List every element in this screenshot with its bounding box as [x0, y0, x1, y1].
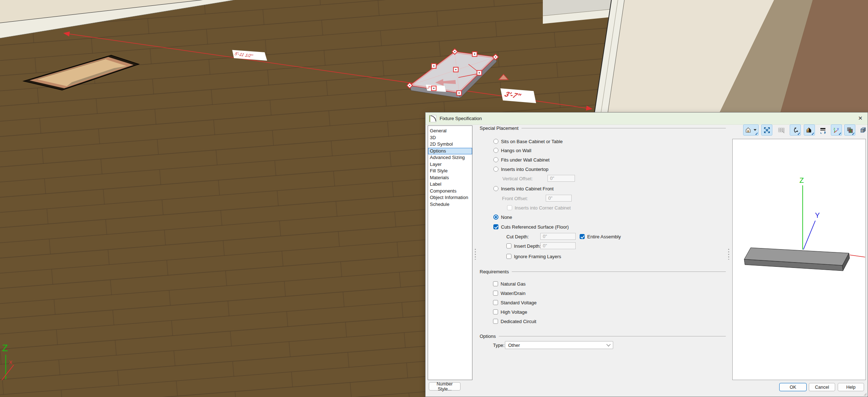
sidebar-item-label[interactable]: Label [428, 181, 472, 188]
special-placement-header: Special Placement [480, 125, 726, 131]
number-style-button[interactable]: Number Style... [429, 382, 461, 391]
type-select[interactable]: Other [505, 341, 613, 349]
volume-view-button[interactable] [858, 124, 868, 136]
vertical-offset-input[interactable]: 0" [548, 175, 575, 182]
sidebar-item-advanced-sizing[interactable]: Advanced Sizing [428, 154, 472, 161]
insert-depth-input[interactable]: 0" [540, 242, 576, 249]
radio-row-cabinet-front[interactable]: Inserts into Cabinet Front [493, 185, 554, 192]
dialog-sidebar: General 3D 2D Symbol Options Advanced Si… [428, 125, 472, 380]
natural-gas-row[interactable]: Natural Gas [493, 281, 525, 287]
svg-text:z: z [833, 127, 835, 131]
dedicated-circuit-row[interactable]: Dedicated Circuit [493, 318, 536, 325]
type-label: Type: [493, 342, 505, 348]
entire-assembly-row[interactable]: Entire Assembly [580, 233, 621, 240]
splitter-right[interactable] [728, 248, 729, 260]
grid-icon [778, 127, 785, 134]
cube-icon [859, 127, 867, 134]
corner-cabinet-checkbox[interactable] [507, 205, 512, 210]
fill-window-icon [763, 127, 771, 134]
dedicated-circuit-checkbox[interactable] [493, 319, 498, 324]
standard-voltage-row[interactable]: Standard Voltage [493, 299, 537, 306]
sidebar-item-materials[interactable]: Materials [428, 175, 472, 181]
high-voltage-row[interactable]: High Voltage [493, 309, 527, 315]
cuts-surface-checkbox[interactable] [493, 224, 498, 229]
app-window: 5'-11 1/2" 3'-1" [0, 0, 868, 397]
requirements-header: Requirements [480, 269, 726, 274]
water-drain-row[interactable]: Water/Drain [493, 290, 525, 296]
sidebar-item-3d[interactable]: 3D [428, 134, 472, 141]
scene-axis-x-label: X [9, 359, 13, 365]
cuts-surface-row[interactable]: Cuts Referenced Surface (Floor) [493, 224, 569, 230]
camera-views-button[interactable]: ✓ [743, 124, 759, 136]
preview-axis-y-label: Y [815, 211, 820, 219]
3d-preview-pane[interactable]: Z Y [732, 139, 866, 380]
insert-depth-checkbox[interactable] [506, 243, 511, 248]
cutaway-view-button[interactable]: ✓ [804, 124, 815, 136]
sidebar-item-fill-style[interactable]: Fill Style [428, 168, 472, 175]
sidebar-item-2d-symbol[interactable]: 2D Symbol [428, 141, 472, 148]
radio-row-countertop[interactable]: Inserts into Countertop [493, 166, 549, 172]
options-header: Options [480, 333, 726, 339]
radio-row-hangs[interactable]: Hangs on Wall [493, 147, 531, 154]
corner-cabinet-row: Inserts into Corner Cabinet [507, 204, 571, 211]
vertical-offset-row: Vertical Offset: [502, 175, 533, 182]
help-button[interactable]: Help [838, 383, 864, 391]
ignore-framing-row[interactable]: Ignore Framing Layers [506, 253, 561, 260]
dialog-titlebar[interactable]: Fixture Specification ✕ [426, 113, 868, 125]
none-radio[interactable] [493, 215, 498, 220]
resize-grip[interactable]: ◢ [864, 392, 867, 396]
radio-row-sits[interactable]: Sits on Base Cabinet or Table [493, 138, 563, 145]
scene-axis-z-label: Z [2, 343, 8, 353]
turntable-button[interactable] [817, 124, 828, 136]
hangs-radio[interactable] [493, 148, 498, 153]
radio-row-fits[interactable]: Fits under Wall Cabinet [493, 156, 550, 163]
countertop-radio[interactable] [493, 167, 498, 172]
right-wall [594, 0, 868, 115]
water-drain-checkbox[interactable] [493, 291, 498, 296]
insert-depth-row[interactable]: Insert Depth: [506, 243, 541, 249]
grid-view-button-disabled [776, 124, 787, 136]
natural-gas-checkbox[interactable] [493, 281, 498, 286]
high-voltage-checkbox[interactable] [493, 309, 498, 314]
preview-scene: Z Y [733, 139, 865, 380]
cut-depth-input[interactable]: 0" [540, 233, 576, 240]
fill-window-button[interactable] [761, 124, 772, 136]
standard-voltage-checkbox[interactable] [493, 300, 498, 305]
close-icon[interactable]: ✕ [858, 115, 863, 122]
radio-row-none[interactable]: None [493, 214, 512, 220]
svg-text:y: y [837, 127, 839, 131]
cut-depth-row: Cut Depth: [506, 233, 529, 240]
dialog-title: Fixture Specification [440, 116, 482, 121]
splitter-left[interactable] [475, 248, 476, 260]
framing-layers-button[interactable]: ✓ [844, 124, 855, 136]
front-offset-input[interactable]: 0" [546, 195, 572, 202]
entire-assembly-checkbox[interactable] [580, 234, 585, 239]
fixture-arc-icon [429, 115, 436, 122]
camera-house-icon [745, 127, 753, 134]
sidebar-item-components[interactable]: Components [428, 188, 472, 195]
cabinet-front-radio[interactable] [493, 186, 498, 191]
sidebar-item-object-information[interactable]: Object Information [428, 194, 472, 201]
sidebar-item-general[interactable]: General [428, 128, 472, 134]
chevron-down-icon [606, 342, 610, 346]
cancel-button[interactable]: Cancel [809, 383, 835, 391]
sidebar-item-schedule[interactable]: Schedule [428, 201, 472, 208]
fixture-specification-dialog: Fixture Specification ✕ General 3D 2D Sy… [425, 112, 868, 397]
sidebar-item-layer[interactable]: Layer [428, 161, 472, 168]
sidebar-item-options[interactable]: Options [428, 148, 472, 155]
front-offset-row: Front Offset: [502, 195, 528, 202]
sits-radio[interactable] [493, 139, 498, 144]
ok-button[interactable]: OK [779, 383, 807, 391]
orbit-camera-button[interactable]: ✓ [790, 124, 801, 136]
preview-axis-z-label: Z [799, 176, 804, 184]
turntable-icon [819, 127, 826, 134]
fits-radio[interactable] [493, 157, 498, 162]
dropdown-arrow-icon [754, 129, 756, 131]
ignore-framing-checkbox[interactable] [506, 254, 511, 259]
show-axes-button[interactable]: z y ✓ [831, 124, 842, 136]
